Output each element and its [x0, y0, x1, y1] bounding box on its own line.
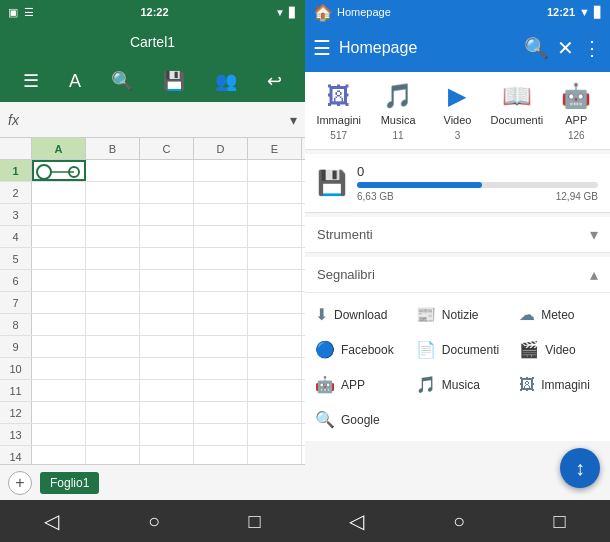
cell[interactable]	[140, 182, 194, 203]
cell[interactable]	[32, 314, 86, 335]
fm-category-app[interactable]: 🤖 APP 126	[549, 82, 603, 141]
cell[interactable]	[86, 402, 140, 423]
cell[interactable]	[32, 248, 86, 269]
cell[interactable]	[32, 424, 86, 445]
search-icon[interactable]: 🔍	[111, 70, 133, 92]
cell[interactable]	[86, 248, 140, 269]
fm-category-music[interactable]: 🎵 Musica 11	[371, 82, 425, 141]
formula-input[interactable]	[27, 112, 282, 127]
bookmark-documenti[interactable]: 📄 Documenti	[406, 332, 509, 367]
fm-hamburger-icon[interactable]: ☰	[313, 36, 331, 60]
cell[interactable]	[86, 226, 140, 247]
cell[interactable]	[194, 248, 248, 269]
save-icon[interactable]: 💾	[163, 70, 185, 92]
fm-close-icon[interactable]: ✕	[557, 36, 574, 60]
cell[interactable]	[140, 314, 194, 335]
cell[interactable]	[248, 248, 302, 269]
bookmark-google[interactable]: 🔍 Google	[305, 402, 406, 437]
back-icon-right[interactable]: ◁	[349, 509, 364, 533]
cell[interactable]	[140, 292, 194, 313]
cell[interactable]	[194, 292, 248, 313]
cell[interactable]	[32, 226, 86, 247]
bookmark-musica[interactable]: 🎵 Musica	[406, 367, 509, 402]
home-icon-left[interactable]: ○	[148, 510, 160, 533]
cell[interactable]	[194, 204, 248, 225]
cell[interactable]	[32, 358, 86, 379]
cell[interactable]	[194, 380, 248, 401]
fm-segnalibri-header[interactable]: Segnalibri ▴	[305, 257, 610, 293]
cell[interactable]	[194, 226, 248, 247]
excel-toolbar[interactable]: ☰ A 🔍 💾 👥 ↩	[0, 60, 305, 102]
undo-icon[interactable]: ↩	[267, 70, 282, 92]
cell[interactable]	[86, 380, 140, 401]
add-sheet-button[interactable]: +	[8, 471, 32, 495]
cell[interactable]	[194, 182, 248, 203]
cell-B1[interactable]	[86, 160, 140, 181]
cell[interactable]	[140, 358, 194, 379]
back-icon-left[interactable]: ◁	[44, 509, 59, 533]
cell[interactable]	[248, 204, 302, 225]
cell[interactable]	[86, 336, 140, 357]
recents-icon-right[interactable]: □	[554, 510, 566, 533]
cell[interactable]	[140, 248, 194, 269]
col-header-B[interactable]: B	[86, 138, 140, 159]
cell[interactable]	[86, 446, 140, 464]
cell[interactable]	[248, 358, 302, 379]
cell[interactable]	[32, 204, 86, 225]
cell[interactable]	[140, 204, 194, 225]
bookmark-facebook[interactable]: 🔵 Facebook	[305, 332, 406, 367]
cell[interactable]	[140, 380, 194, 401]
cell[interactable]	[248, 402, 302, 423]
cell[interactable]	[194, 358, 248, 379]
cell[interactable]	[248, 292, 302, 313]
cell[interactable]	[86, 358, 140, 379]
cell[interactable]	[140, 336, 194, 357]
cell[interactable]	[194, 314, 248, 335]
cell[interactable]	[86, 314, 140, 335]
bookmark-immagini[interactable]: 🖼 Immagini	[509, 367, 610, 402]
cell[interactable]	[32, 336, 86, 357]
col-header-C[interactable]: C	[140, 138, 194, 159]
cell[interactable]	[86, 270, 140, 291]
fab-button[interactable]: ↕	[560, 448, 600, 488]
cell[interactable]	[140, 270, 194, 291]
cell[interactable]	[140, 424, 194, 445]
cell[interactable]	[248, 226, 302, 247]
cell[interactable]	[32, 182, 86, 203]
cell[interactable]	[86, 204, 140, 225]
col-header-D[interactable]: D	[194, 138, 248, 159]
cell-D1[interactable]	[194, 160, 248, 181]
cell[interactable]	[32, 402, 86, 423]
col-header-A[interactable]: A	[32, 138, 86, 159]
fm-strumenti-header[interactable]: Strumenti ▾	[305, 217, 610, 253]
cell[interactable]	[86, 182, 140, 203]
cell[interactable]	[248, 380, 302, 401]
cell[interactable]	[248, 182, 302, 203]
cell[interactable]	[248, 336, 302, 357]
cell-E1[interactable]	[248, 160, 302, 181]
bookmark-meteo[interactable]: ☁ Meteo	[509, 297, 610, 332]
fm-category-images[interactable]: 🖼 Immagini 517	[312, 82, 366, 141]
cell[interactable]	[248, 314, 302, 335]
cell[interactable]	[86, 292, 140, 313]
cell[interactable]	[194, 446, 248, 464]
cell[interactable]	[194, 270, 248, 291]
cell[interactable]	[32, 270, 86, 291]
text-format-icon[interactable]: A	[69, 71, 81, 92]
cell[interactable]	[194, 424, 248, 445]
hamburger-icon[interactable]: ☰	[23, 70, 39, 92]
fm-more-icon[interactable]: ⋮	[582, 36, 602, 60]
bookmark-app[interactable]: 🤖 APP	[305, 367, 406, 402]
cell[interactable]	[32, 292, 86, 313]
cell[interactable]	[248, 424, 302, 445]
fm-category-video[interactable]: ▶ Video 3	[430, 82, 484, 141]
cell[interactable]	[194, 402, 248, 423]
fm-search-icon[interactable]: 🔍	[524, 36, 549, 60]
cell-C1[interactable]	[140, 160, 194, 181]
cell[interactable]	[248, 270, 302, 291]
cell[interactable]	[140, 226, 194, 247]
cell[interactable]	[32, 380, 86, 401]
cell[interactable]	[248, 446, 302, 464]
bookmark-video[interactable]: 🎬 Video	[509, 332, 610, 367]
cell-A1[interactable]	[32, 160, 86, 181]
